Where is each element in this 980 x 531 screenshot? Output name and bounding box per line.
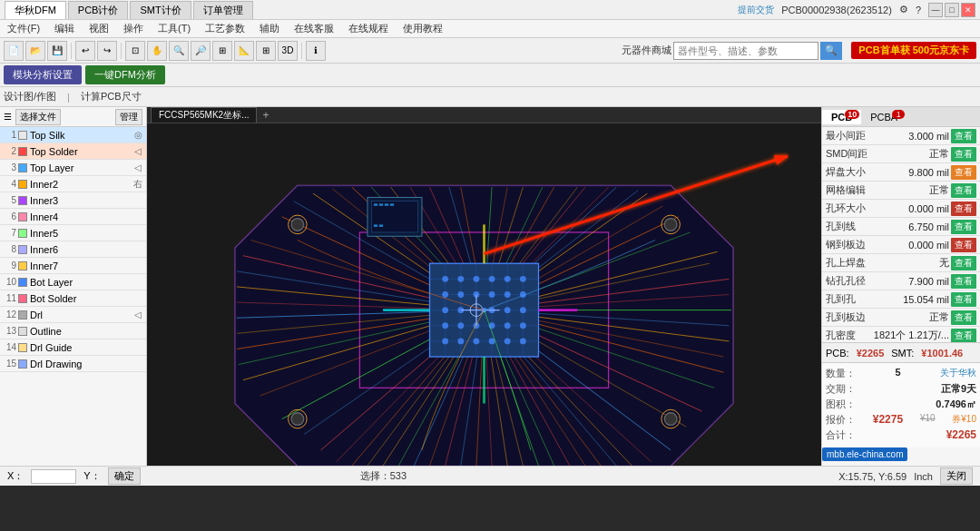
- pcb-tab[interactable]: PCB 10: [822, 110, 861, 124]
- about-link[interactable]: 关于华秋: [940, 367, 976, 380]
- dfm-analyze-button[interactable]: 模块分析设置: [4, 65, 82, 84]
- tab-order-mgmt[interactable]: 订单管理: [193, 1, 253, 19]
- layer-name-11: Drl: [30, 310, 132, 320]
- tab-huaqiu-dfm[interactable]: 华秋DFM: [5, 1, 66, 19]
- confirm-button[interactable]: 确定: [108, 467, 141, 485]
- svg-rect-133: [379, 203, 383, 206]
- right-row-btn-0[interactable]: 查看: [951, 129, 976, 143]
- layer-item-5[interactable]: 6Inner4: [0, 209, 146, 225]
- ad-banner[interactable]: PCB首单获 500元京东卡: [851, 42, 976, 59]
- menu-item-使用教程[interactable]: 使用教程: [399, 21, 446, 36]
- layer-item-0[interactable]: 1Top Silk◎: [0, 127, 146, 143]
- layer-color-7: [18, 245, 27, 254]
- layer-item-13[interactable]: 14Drl Guide: [0, 339, 146, 356]
- menu-item-操作[interactable]: 操作: [120, 21, 147, 36]
- layer-num-8: 9: [2, 261, 16, 270]
- pcb-canvas[interactable]: ECCSPS65_MK2(LATCH)(A5) MA-TEK: [147, 123, 821, 466]
- one-dfm-button[interactable]: 一键DFM分析: [85, 65, 165, 84]
- right-row-btn-11[interactable]: 查看: [951, 329, 976, 343]
- layer-name-14: Drl Drawing: [30, 359, 132, 369]
- layer-item-10[interactable]: 11Bot Solder: [0, 290, 146, 307]
- manage-button[interactable]: 管理: [115, 109, 142, 125]
- layer-item-9[interactable]: 10Bot Layer: [0, 274, 146, 290]
- close-btn[interactable]: ✕: [961, 3, 975, 17]
- menu-item-文件(F)[interactable]: 文件(F): [4, 21, 44, 36]
- tb-open[interactable]: 📂: [25, 41, 45, 61]
- right-row-label-1: SMD间距: [826, 147, 904, 161]
- tb-undo[interactable]: ↩: [75, 41, 95, 61]
- maximize-btn[interactable]: □: [945, 3, 959, 17]
- svg-point-117: [520, 338, 526, 344]
- sep1: [71, 43, 72, 59]
- right-row-btn-4[interactable]: 查看: [951, 202, 976, 216]
- menu-item-视图[interactable]: 视图: [85, 21, 113, 36]
- tb-redo[interactable]: ↪: [97, 41, 117, 61]
- smt-price-value: ¥1001.46: [921, 348, 963, 359]
- tb-info[interactable]: ℹ: [306, 41, 326, 61]
- community-badge[interactable]: mbb.ele-china.com: [822, 447, 907, 461]
- right-row-btn-8[interactable]: 查看: [951, 274, 976, 289]
- calc-pcb-link[interactable]: 计算PCB尺寸: [81, 90, 142, 103]
- tb-select[interactable]: ⊡: [125, 41, 145, 61]
- layer-item-7[interactable]: 8Inner6: [0, 241, 146, 258]
- right-row-value-6: 0.000 mil: [904, 240, 949, 251]
- tab-smt-price[interactable]: SMT计价: [130, 1, 191, 19]
- canvas-tab-main[interactable]: FCCSP565MK2坐标...: [151, 107, 257, 123]
- right-row-btn-7[interactable]: 查看: [951, 256, 976, 270]
- tb-hand[interactable]: ✋: [147, 41, 167, 61]
- tab-pcb-price[interactable]: PCB计价: [68, 1, 129, 19]
- layer-item-14[interactable]: 15Drl Drawing: [0, 356, 146, 372]
- menu-item-编辑[interactable]: 编辑: [51, 21, 78, 36]
- right-row-btn-5[interactable]: 查看: [951, 220, 976, 234]
- add-tab-icon[interactable]: +: [257, 109, 274, 122]
- menu-item-工具(T)[interactable]: 工具(T): [154, 21, 194, 36]
- tb-new[interactable]: 📄: [4, 41, 24, 61]
- svg-point-105: [520, 307, 526, 313]
- search-input[interactable]: [673, 42, 818, 60]
- layer-item-8[interactable]: 9Inner7: [0, 258, 146, 274]
- right-row-btn-9[interactable]: 查看: [951, 292, 976, 307]
- close-btn[interactable]: 关闭: [940, 467, 973, 485]
- select-file-button[interactable]: 选择文件: [15, 109, 61, 125]
- layer-item-2[interactable]: 3Top Layer◁: [0, 160, 146, 176]
- tb-zoom-out[interactable]: 🔎: [191, 41, 211, 61]
- right-row-btn-2[interactable]: 查看: [951, 165, 976, 180]
- layer-status: 选择：533: [360, 469, 407, 483]
- design-view-link[interactable]: 设计图/作图: [4, 90, 56, 103]
- tb-3d[interactable]: 3D: [278, 41, 298, 61]
- settings-icon[interactable]: ⚙: [899, 4, 908, 15]
- right-row-6: 钢到板边0.000 mil查看: [822, 236, 980, 254]
- svg-point-104: [505, 307, 511, 313]
- layer-item-3[interactable]: 4Inner2右: [0, 176, 146, 192]
- layer-color-14: [18, 359, 27, 369]
- layer-item-4[interactable]: 5Inner3: [0, 192, 146, 209]
- minimize-btn[interactable]: —: [928, 3, 943, 17]
- toolbar-main: 📄 📂 💾 ↩ ↪ ⊡ ✋ 🔍 🔎 ⊞ 📐 ⊞ 3D ℹ 元器件商城 🔍 PCB…: [0, 38, 980, 64]
- right-row-label-0: 最小间距: [826, 129, 904, 143]
- right-row-btn-6[interactable]: 查看: [951, 238, 976, 252]
- help-icon[interactable]: ?: [916, 5, 921, 15]
- layer-item-6[interactable]: 7Inner5: [0, 225, 146, 241]
- menu-item-辅助[interactable]: 辅助: [256, 21, 283, 36]
- pcba-tab[interactable]: PCBA 1: [861, 110, 906, 124]
- title-bar: 华秋DFM PCB计价 SMT计价 订单管理 提前交货 PCB00002938(…: [0, 0, 980, 20]
- layer-item-12[interactable]: 13Outline: [0, 323, 146, 339]
- right-row-btn-1[interactable]: 查看: [951, 147, 976, 162]
- svg-point-110: [505, 322, 511, 329]
- right-row-value-2: 9.800 mil: [904, 167, 949, 178]
- x-input[interactable]: [31, 469, 76, 484]
- layer-item-11[interactable]: 12Drl◁: [0, 307, 146, 323]
- tb-save[interactable]: 💾: [47, 41, 67, 61]
- layer-item-1[interactable]: 2Top Solder◁: [0, 143, 146, 160]
- menu-item-在线规程[interactable]: 在线规程: [345, 21, 392, 36]
- right-row-btn-3[interactable]: 查看: [951, 183, 976, 198]
- tb-grid[interactable]: ⊞: [256, 41, 276, 61]
- menu-item-在线客服[interactable]: 在线客服: [290, 21, 338, 36]
- search-button[interactable]: 🔍: [820, 42, 842, 60]
- svg-point-116: [505, 338, 511, 344]
- tb-measure[interactable]: 📐: [234, 41, 254, 61]
- tb-zoom-in[interactable]: 🔍: [169, 41, 189, 61]
- tb-fit[interactable]: ⊞: [212, 41, 232, 61]
- menu-item-工艺参数[interactable]: 工艺参数: [201, 21, 249, 36]
- right-row-btn-10[interactable]: 查看: [951, 310, 976, 325]
